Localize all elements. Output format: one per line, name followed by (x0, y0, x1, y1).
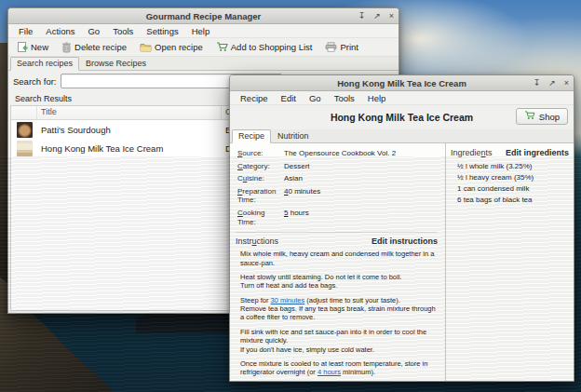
steep-time-link[interactable]: 30 minutes (271, 296, 305, 304)
menu-go[interactable]: Go (82, 25, 105, 37)
edit-ingredients-button[interactable]: Edit ingredients (506, 148, 569, 157)
recipe-heading: Hong Kong Milk Tea Ice Cream (331, 112, 473, 123)
recipe-titlebar[interactable]: Hong Kong Milk Tea Ice Cream ↧ ↗ × (230, 75, 574, 91)
close-icon[interactable]: × (389, 12, 394, 20)
main-menubar: File Actions Go Tools Settings Help (8, 24, 399, 38)
ingredient-item: 1 can condensed milk (457, 183, 569, 195)
ice-cream-thumbnail (17, 141, 33, 156)
tab-nutrition[interactable]: Nutrition (271, 129, 316, 143)
main-tabbar: Search recipes Browse Recipes (8, 57, 399, 71)
ingredients-heading: Ingredients (451, 148, 493, 157)
prep-time-label: Preparation Time: (237, 187, 278, 205)
print-button[interactable]: Print (320, 40, 363, 54)
close-icon[interactable]: × (564, 79, 569, 88)
tab-search-recipes[interactable]: Search recipes (10, 57, 79, 71)
menu-settings[interactable]: Settings (141, 25, 183, 37)
category-value: Dessert (284, 162, 438, 171)
main-toolbar: New Delete recipe Open recipe Add to Sho… (8, 38, 399, 57)
ingredients-header: Ingredients Edit ingredients (451, 148, 569, 157)
instructions-heading: Instructions (236, 237, 278, 246)
cook-time-value: 5 hours (284, 209, 438, 226)
delete-recipe-button[interactable]: Delete recipe (57, 40, 131, 55)
menu-recipe[interactable]: Recipe (235, 92, 274, 104)
main-window-title: Gourmand Recipe Manager (8, 11, 399, 21)
cook-time-label: Cooking Time: (237, 209, 278, 226)
ingredient-item: ½ l whole milk (3.25%) (457, 161, 569, 172)
pin-icon[interactable]: ↧ (534, 79, 541, 88)
edit-instructions-button[interactable]: Edit instructions (372, 237, 438, 246)
instructions-header: Instructions Edit instructions (236, 237, 438, 246)
new-page-icon (17, 42, 28, 53)
recipe-header: Hong Kong Milk Tea Ice Cream Shop (230, 105, 574, 129)
add-to-shopping-list-button[interactable]: Add to Shopping List (211, 40, 318, 54)
menu-go[interactable]: Go (304, 92, 327, 104)
column-thumbnail[interactable] (11, 106, 37, 119)
new-button[interactable]: New (12, 40, 53, 55)
ingredients-pane: Ingredients Edit ingredients ½ l whole m… (445, 143, 574, 381)
tab-browse-recipes[interactable]: Browse Recipes (79, 57, 153, 71)
recipe-window: Hong Kong Milk Tea Ice Cream ↧ ↗ × Recip… (229, 74, 574, 382)
maximize-icon[interactable]: ↗ (548, 79, 556, 88)
recipe-tabbar: Recipe Nutrition (230, 129, 574, 143)
prep-time-value: 40 minutes (284, 187, 438, 205)
cuisine-value: Asian (284, 174, 438, 183)
instruction-paragraph: Mix whole milk, heavy cream and condense… (236, 250, 438, 267)
ingredients-list: ½ l whole milk (3.25%) ½ l heavy cream (… (451, 161, 569, 206)
recipe-details-grid: Source: The Opensource Cookbook Vol. 2 C… (236, 147, 438, 226)
shopping-cart-icon (216, 42, 228, 52)
recipe-title-cell: Hong Kong Milk Tea Ice Cream (37, 143, 222, 154)
desktop-wallpaper: Gourmand Recipe Manager ↧ ↗ × File Actio… (0, 0, 581, 392)
recipe-menubar: Recipe Edit Go Tools Help (230, 91, 574, 105)
open-recipe-button[interactable]: Open recipe (135, 40, 208, 54)
instruction-paragraph: Steep for 30 minutes (adjust time to sui… (236, 296, 438, 322)
trash-icon (61, 42, 72, 53)
shop-button[interactable]: Shop (516, 108, 568, 125)
main-window-controls: ↧ ↗ × (358, 8, 394, 24)
menu-tools[interactable]: Tools (329, 92, 360, 104)
instruction-paragraph: Once mixture is cooled to at least room … (236, 359, 438, 377)
cuisine-label: Cuisine: (237, 174, 278, 183)
recipe-window-title: Hong Kong Milk Tea Ice Cream (230, 78, 574, 88)
main-titlebar[interactable]: Gourmand Recipe Manager ↧ ↗ × (8, 8, 399, 24)
tab-recipe[interactable]: Recipe (232, 129, 271, 143)
maximize-icon[interactable]: ↗ (373, 12, 381, 20)
category-label: Category: (237, 162, 278, 171)
search-for-label: Search for: (13, 76, 56, 87)
source-value: The Opensource Cookbook Vol. 2 (284, 149, 438, 158)
menu-tools[interactable]: Tools (107, 25, 139, 37)
menu-file[interactable]: File (13, 25, 38, 37)
instruction-paragraph: Fill sink with ice and set sauce-pan int… (236, 328, 438, 354)
menu-help[interactable]: Help (186, 25, 216, 37)
printer-icon (325, 42, 337, 52)
recipe-details-pane: Source: The Opensource Cookbook Vol. 2 C… (230, 143, 445, 381)
chill-time-link[interactable]: 4 hours (318, 368, 341, 376)
recipe-title-cell: Patti's Sourdough (37, 125, 222, 135)
instruction-paragraph: Heat slowly until steaming. Do not let i… (236, 273, 438, 291)
source-label: Source: (237, 149, 278, 158)
menu-actions[interactable]: Actions (40, 25, 80, 37)
bread-thumbnail (17, 122, 33, 138)
section-divider (236, 232, 438, 233)
column-title[interactable]: Title (37, 106, 222, 119)
ingredient-item: ½ l heavy cream (35%) (457, 172, 569, 183)
shopping-cart-icon (524, 111, 535, 122)
menu-help[interactable]: Help (362, 92, 392, 104)
ingredient-item: 6 tea bags of black tea (457, 195, 569, 206)
folder-icon (140, 42, 152, 52)
menu-edit[interactable]: Edit (276, 92, 302, 104)
recipe-content: Source: The Opensource Cookbook Vol. 2 C… (230, 143, 574, 381)
pin-icon[interactable]: ↧ (358, 12, 366, 20)
recipe-window-controls: ↧ ↗ × (534, 75, 569, 91)
